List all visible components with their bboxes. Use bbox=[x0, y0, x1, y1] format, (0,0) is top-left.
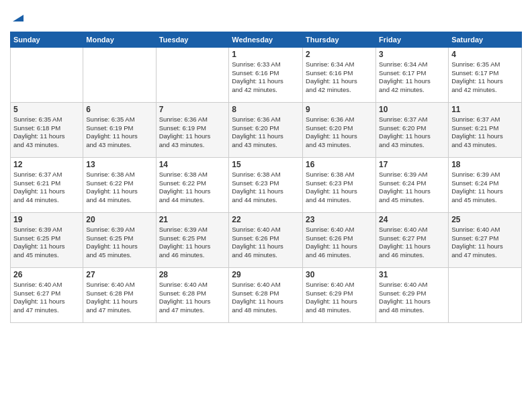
day-info: Sunrise: 6:36 AM Sunset: 6:19 PM Dayligh… bbox=[159, 116, 226, 150]
day-info: Sunrise: 6:39 AM Sunset: 6:25 PM Dayligh… bbox=[86, 226, 152, 260]
day-number: 18 bbox=[451, 160, 519, 169]
day-number: 29 bbox=[232, 270, 300, 279]
day-number: 3 bbox=[379, 50, 445, 59]
day-info: Sunrise: 6:34 AM Sunset: 6:16 PM Dayligh… bbox=[306, 60, 373, 95]
calendar-cell: 2Sunrise: 6:34 AM Sunset: 6:16 PM Daylig… bbox=[303, 47, 376, 102]
calendar-cell bbox=[156, 47, 229, 102]
calendar-cell: 30Sunrise: 6:40 AM Sunset: 6:29 PM Dayli… bbox=[303, 267, 376, 322]
page: SundayMondayTuesdayWednesdayThursdayFrid… bbox=[0, 0, 532, 411]
calendar-cell: 20Sunrise: 6:39 AM Sunset: 6:25 PM Dayli… bbox=[83, 212, 156, 267]
day-number: 31 bbox=[379, 270, 445, 279]
weekday-header-wednesday: Wednesday bbox=[229, 32, 303, 47]
calendar-cell: 21Sunrise: 6:39 AM Sunset: 6:25 PM Dayli… bbox=[156, 212, 229, 267]
calendar-cell: 9Sunrise: 6:36 AM Sunset: 6:20 PM Daylig… bbox=[303, 102, 376, 157]
day-number: 10 bbox=[379, 105, 445, 114]
calendar-cell: 16Sunrise: 6:38 AM Sunset: 6:23 PM Dayli… bbox=[303, 157, 376, 212]
day-info: Sunrise: 6:40 AM Sunset: 6:27 PM Dayligh… bbox=[13, 281, 80, 315]
logo bbox=[10, 9, 25, 26]
day-number: 30 bbox=[306, 270, 373, 279]
day-number: 16 bbox=[306, 160, 373, 169]
day-info: Sunrise: 6:40 AM Sunset: 6:28 PM Dayligh… bbox=[159, 281, 226, 315]
day-number: 15 bbox=[232, 160, 300, 169]
calendar-cell: 14Sunrise: 6:38 AM Sunset: 6:22 PM Dayli… bbox=[156, 157, 229, 212]
day-info: Sunrise: 6:39 AM Sunset: 6:24 PM Dayligh… bbox=[451, 171, 519, 205]
calendar-week-2: 5Sunrise: 6:35 AM Sunset: 6:18 PM Daylig… bbox=[11, 102, 522, 157]
calendar-cell: 22Sunrise: 6:40 AM Sunset: 6:26 PM Dayli… bbox=[229, 212, 303, 267]
day-number: 1 bbox=[232, 50, 300, 59]
day-number: 26 bbox=[13, 270, 80, 279]
logo-icon bbox=[11, 9, 25, 23]
calendar-cell: 28Sunrise: 6:40 AM Sunset: 6:28 PM Dayli… bbox=[156, 267, 229, 322]
day-info: Sunrise: 6:37 AM Sunset: 6:21 PM Dayligh… bbox=[13, 171, 80, 205]
day-number: 21 bbox=[159, 215, 226, 224]
calendar-cell bbox=[11, 47, 83, 102]
day-info: Sunrise: 6:38 AM Sunset: 6:22 PM Dayligh… bbox=[86, 171, 152, 205]
calendar-cell: 23Sunrise: 6:40 AM Sunset: 6:26 PM Dayli… bbox=[303, 212, 376, 267]
day-number: 2 bbox=[306, 50, 373, 59]
day-info: Sunrise: 6:40 AM Sunset: 6:26 PM Dayligh… bbox=[232, 226, 300, 260]
day-info: Sunrise: 6:35 AM Sunset: 6:17 PM Dayligh… bbox=[451, 60, 519, 95]
day-info: Sunrise: 6:37 AM Sunset: 6:20 PM Dayligh… bbox=[379, 116, 445, 150]
day-number: 13 bbox=[86, 160, 152, 169]
day-info: Sunrise: 6:40 AM Sunset: 6:28 PM Dayligh… bbox=[232, 281, 300, 315]
day-info: Sunrise: 6:34 AM Sunset: 6:17 PM Dayligh… bbox=[379, 60, 445, 95]
calendar-cell: 4Sunrise: 6:35 AM Sunset: 6:17 PM Daylig… bbox=[449, 47, 522, 102]
day-number: 27 bbox=[86, 270, 152, 279]
calendar-cell: 12Sunrise: 6:37 AM Sunset: 6:21 PM Dayli… bbox=[11, 157, 83, 212]
header bbox=[10, 7, 522, 26]
calendar-cell: 15Sunrise: 6:38 AM Sunset: 6:23 PM Dayli… bbox=[229, 157, 303, 212]
day-number: 22 bbox=[232, 215, 300, 224]
day-number: 20 bbox=[86, 215, 152, 224]
day-number: 23 bbox=[306, 215, 373, 224]
day-number: 5 bbox=[13, 105, 80, 114]
day-number: 28 bbox=[159, 270, 226, 279]
day-info: Sunrise: 6:40 AM Sunset: 6:27 PM Dayligh… bbox=[451, 226, 519, 260]
day-info: Sunrise: 6:35 AM Sunset: 6:18 PM Dayligh… bbox=[13, 116, 80, 150]
weekday-header-sunday: Sunday bbox=[11, 32, 83, 47]
calendar-cell: 13Sunrise: 6:38 AM Sunset: 6:22 PM Dayli… bbox=[83, 157, 156, 212]
day-info: Sunrise: 6:37 AM Sunset: 6:21 PM Dayligh… bbox=[451, 116, 519, 150]
weekday-header-tuesday: Tuesday bbox=[156, 32, 229, 47]
weekday-header-monday: Monday bbox=[83, 32, 156, 47]
calendar-cell: 25Sunrise: 6:40 AM Sunset: 6:27 PM Dayli… bbox=[449, 212, 522, 267]
day-number: 11 bbox=[451, 105, 519, 114]
calendar-cell: 26Sunrise: 6:40 AM Sunset: 6:27 PM Dayli… bbox=[11, 267, 83, 322]
calendar-week-4: 19Sunrise: 6:39 AM Sunset: 6:25 PM Dayli… bbox=[11, 212, 522, 267]
day-number: 24 bbox=[379, 215, 445, 224]
day-info: Sunrise: 6:38 AM Sunset: 6:22 PM Dayligh… bbox=[159, 171, 226, 205]
day-number: 7 bbox=[159, 105, 226, 114]
calendar-table: SundayMondayTuesdayWednesdayThursdayFrid… bbox=[10, 32, 522, 323]
calendar-cell: 29Sunrise: 6:40 AM Sunset: 6:28 PM Dayli… bbox=[229, 267, 303, 322]
calendar-cell: 31Sunrise: 6:40 AM Sunset: 6:29 PM Dayli… bbox=[376, 267, 449, 322]
day-number: 9 bbox=[306, 105, 373, 114]
weekday-header-row: SundayMondayTuesdayWednesdayThursdayFrid… bbox=[11, 32, 522, 47]
calendar-week-1: 1Sunrise: 6:33 AM Sunset: 6:16 PM Daylig… bbox=[11, 47, 522, 102]
svg-marker-0 bbox=[13, 15, 24, 21]
day-info: Sunrise: 6:39 AM Sunset: 6:25 PM Dayligh… bbox=[159, 226, 226, 260]
calendar-cell: 19Sunrise: 6:39 AM Sunset: 6:25 PM Dayli… bbox=[11, 212, 83, 267]
day-info: Sunrise: 6:38 AM Sunset: 6:23 PM Dayligh… bbox=[306, 171, 373, 205]
day-info: Sunrise: 6:40 AM Sunset: 6:28 PM Dayligh… bbox=[86, 281, 152, 315]
calendar-cell: 24Sunrise: 6:40 AM Sunset: 6:27 PM Dayli… bbox=[376, 212, 449, 267]
day-info: Sunrise: 6:40 AM Sunset: 6:26 PM Dayligh… bbox=[306, 226, 373, 260]
weekday-header-thursday: Thursday bbox=[303, 32, 376, 47]
day-number: 17 bbox=[379, 160, 445, 169]
calendar-cell: 1Sunrise: 6:33 AM Sunset: 6:16 PM Daylig… bbox=[229, 47, 303, 102]
calendar-cell: 10Sunrise: 6:37 AM Sunset: 6:20 PM Dayli… bbox=[376, 102, 449, 157]
logo-content bbox=[10, 9, 25, 26]
calendar-cell: 8Sunrise: 6:36 AM Sunset: 6:20 PM Daylig… bbox=[229, 102, 303, 157]
day-info: Sunrise: 6:35 AM Sunset: 6:19 PM Dayligh… bbox=[86, 116, 152, 150]
day-info: Sunrise: 6:40 AM Sunset: 6:27 PM Dayligh… bbox=[379, 226, 445, 260]
day-number: 6 bbox=[86, 105, 152, 114]
calendar-cell: 17Sunrise: 6:39 AM Sunset: 6:24 PM Dayli… bbox=[376, 157, 449, 212]
day-number: 19 bbox=[13, 215, 80, 224]
calendar-cell: 18Sunrise: 6:39 AM Sunset: 6:24 PM Dayli… bbox=[449, 157, 522, 212]
day-info: Sunrise: 6:33 AM Sunset: 6:16 PM Dayligh… bbox=[232, 60, 300, 95]
calendar-week-3: 12Sunrise: 6:37 AM Sunset: 6:21 PM Dayli… bbox=[11, 157, 522, 212]
calendar-cell: 6Sunrise: 6:35 AM Sunset: 6:19 PM Daylig… bbox=[83, 102, 156, 157]
calendar-cell: 3Sunrise: 6:34 AM Sunset: 6:17 PM Daylig… bbox=[376, 47, 449, 102]
calendar-cell bbox=[449, 267, 522, 322]
day-number: 25 bbox=[451, 215, 519, 224]
calendar-week-5: 26Sunrise: 6:40 AM Sunset: 6:27 PM Dayli… bbox=[11, 267, 522, 322]
day-info: Sunrise: 6:40 AM Sunset: 6:29 PM Dayligh… bbox=[379, 281, 445, 315]
